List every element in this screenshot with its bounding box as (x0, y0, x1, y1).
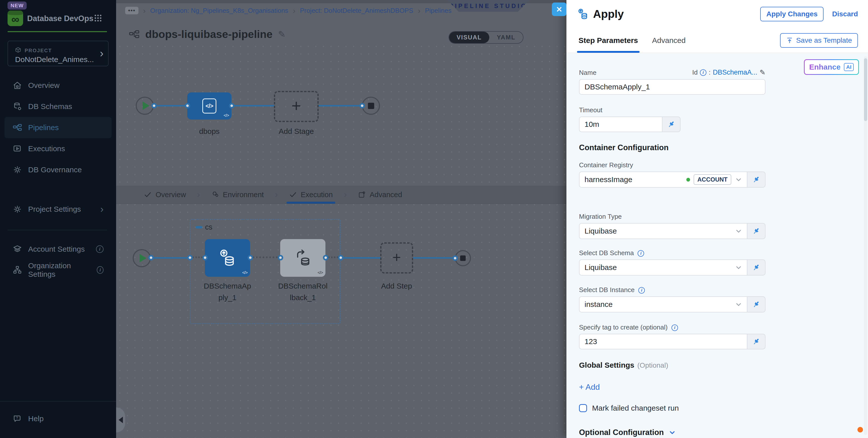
db-instance-select[interactable]: instance (579, 296, 747, 312)
breadcrumb-project-link[interactable]: Project: DoNotDelete_AnimeshDBOPS (300, 7, 413, 14)
info-icon[interactable]: i (96, 245, 103, 253)
sidebar-item-executions[interactable]: Executions (4, 138, 112, 159)
info-icon[interactable]: i (672, 325, 678, 331)
optional-configuration-row[interactable]: Optional Configuration (579, 428, 868, 437)
stage-node-dbops[interactable]: </> </> (187, 93, 231, 120)
sidebar-item-help[interactable]: ? Help (4, 408, 112, 429)
enhance-ai-button[interactable]: Enhance AI (804, 59, 859, 75)
node-port[interactable] (452, 256, 458, 261)
sidebar-item-label: Help (28, 414, 44, 423)
runtime-pin-button[interactable] (747, 260, 766, 275)
mark-failed-row: Mark failed changeset run (579, 404, 868, 412)
app-root: NEW ∞ Database DevOps PROJECT DoNotDelet… (0, 0, 868, 438)
optional-hint: (Optional) (637, 361, 668, 369)
breadcrumb-ellipsis-button[interactable]: ••• (125, 7, 138, 14)
tab-advanced[interactable]: Advanced (652, 28, 686, 53)
name-row: Name Id i : DBSchemaA... ✎ (579, 68, 766, 77)
pin-icon (667, 120, 676, 129)
visual-toggle-button[interactable]: VISUAL (449, 32, 489, 43)
drawer-body: Enhance AI Name Id i : DBSchemaA... ✎ Ti… (566, 54, 868, 438)
node-port[interactable] (185, 103, 190, 108)
container-registry-select[interactable]: harnessImage ACCOUNT (579, 172, 747, 188)
runtime-pin-button[interactable] (747, 172, 766, 188)
sidebar-item-account-settings[interactable]: Account Settings i (4, 239, 112, 260)
breadcrumb-pipelines-link[interactable]: Pipelines (425, 7, 452, 14)
save-as-template-button[interactable]: Save as Template (780, 33, 858, 48)
runtime-pin-button[interactable] (747, 334, 766, 349)
runtime-pin-button[interactable] (747, 296, 766, 312)
step-node-dbschemaapply[interactable]: </> (205, 239, 250, 277)
node-port[interactable] (338, 255, 344, 261)
close-drawer-button[interactable]: ✕ (552, 2, 566, 16)
exec-connector-line (341, 257, 380, 259)
node-port[interactable] (248, 255, 253, 261)
node-port[interactable] (202, 255, 208, 261)
tab-advanced[interactable]: Advanced (354, 186, 406, 204)
edit-pencil-icon[interactable]: ✎ (278, 29, 285, 40)
enhance-label: Enhance (809, 63, 841, 71)
node-port[interactable] (278, 255, 283, 261)
info-icon[interactable]: i (700, 69, 706, 76)
node-port[interactable] (229, 103, 235, 108)
edit-pencil-icon[interactable]: ✎ (760, 68, 766, 77)
account-scope-badge: ACCOUNT (693, 174, 731, 185)
add-stage-button[interactable]: + (274, 91, 319, 122)
tab-environment[interactable]: Environment (208, 186, 268, 204)
node-port[interactable] (323, 255, 329, 261)
info-icon[interactable]: i (638, 250, 644, 257)
mark-failed-checkbox[interactable] (579, 404, 587, 412)
add-step-button[interactable]: + (380, 242, 413, 273)
stage-connector-line (153, 105, 188, 106)
sidebar-item-overview[interactable]: Overview (4, 75, 112, 96)
sidebar-item-db-governance[interactable]: DB Governance (4, 159, 112, 180)
node-port[interactable] (151, 103, 157, 108)
id-label: Id (692, 69, 698, 76)
tab-execution[interactable]: Execution (285, 186, 336, 204)
tag-input[interactable] (579, 334, 747, 349)
sidebar-divider (0, 401, 116, 402)
project-selector[interactable]: PROJECT DoNotDelete_Animes... › (7, 41, 108, 66)
cube-icon (14, 47, 22, 54)
help-chat-icon: ? (12, 414, 22, 424)
id-separator: : (709, 69, 710, 76)
play-icon (140, 254, 146, 263)
tab-overview[interactable]: Overview (140, 186, 189, 204)
check-icon (289, 191, 297, 199)
sidebar: NEW ∞ Database DevOps PROJECT DoNotDelet… (0, 0, 116, 438)
chevron-right-icon: › (100, 204, 103, 215)
tab-step-parameters[interactable]: Step Parameters (579, 28, 638, 53)
timeout-input[interactable] (579, 116, 662, 132)
sidebar-item-pipelines[interactable]: Pipelines (4, 117, 112, 138)
sidebar-item-label: Account Settings (28, 245, 85, 254)
db-apply-icon (218, 247, 237, 269)
container-registry-value: harnessImage (585, 175, 632, 184)
breadcrumb-organization-link[interactable]: Organization: Ng_Pipelines_K8s_Organisat… (150, 7, 288, 14)
migration-type-select[interactable]: Liquibase (579, 223, 747, 239)
code-marker: </> (223, 113, 229, 118)
add-stage-label: Add Stage (274, 126, 319, 137)
info-icon[interactable]: i (97, 266, 103, 274)
info-icon[interactable]: i (638, 287, 645, 294)
add-global-setting-button[interactable]: + Add (579, 382, 868, 392)
step-node-dbschemarollback[interactable]: </> (280, 239, 326, 277)
apply-changes-button[interactable]: Apply Changes (760, 7, 824, 21)
sidebar-item-organization-settings[interactable]: Organization Settings i (4, 260, 112, 280)
name-input[interactable] (579, 79, 766, 95)
sidebar-item-project-settings[interactable]: Project Settings › (4, 199, 112, 220)
gear-icon (12, 204, 22, 214)
node-port[interactable] (359, 103, 365, 108)
db-instance-field-group: instance (579, 296, 766, 312)
pin-icon (752, 337, 761, 346)
drawer-scrollbar-thumb[interactable] (864, 58, 867, 121)
node-port[interactable] (148, 255, 154, 261)
pin-icon (752, 263, 761, 272)
node-port[interactable] (187, 255, 193, 261)
app-grid-icon[interactable] (93, 13, 102, 23)
sidebar-item-db-schemas[interactable]: DB Schemas (4, 96, 112, 117)
runtime-pin-button[interactable] (662, 116, 681, 132)
discard-button[interactable]: Discard (832, 10, 858, 18)
runtime-pin-button[interactable] (747, 223, 766, 239)
yaml-toggle-button[interactable]: YAML (489, 32, 523, 43)
collapse-group-icon[interactable] (195, 226, 202, 229)
db-schema-select[interactable]: Liquibase (579, 260, 747, 275)
